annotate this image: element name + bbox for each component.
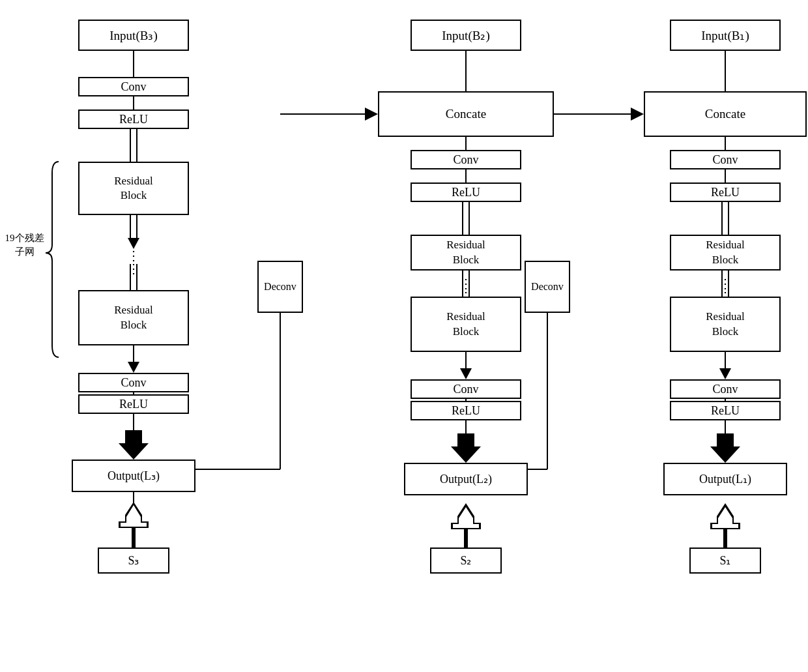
col1-conv2: Conv [78, 373, 189, 392]
svg-marker-17 [121, 505, 147, 527]
col2-residual-top: ResidualBlock [411, 235, 521, 270]
col1-residual-bot: ResidualBlock [78, 290, 189, 345]
svg-marker-20 [365, 108, 378, 121]
col2-input: Input(B₂) [411, 20, 521, 51]
col2-conv1: Conv [411, 150, 521, 169]
col1-output: Output(L₃) [72, 460, 195, 492]
col2-relu2: ReLU [411, 401, 521, 420]
col2-source: S₂ [430, 548, 502, 574]
svg-marker-57 [712, 507, 738, 528]
col3-conv1: Conv [670, 150, 781, 169]
col3-concate: Concate [644, 91, 807, 137]
col3-relu2: ReLU [670, 401, 781, 420]
col2-conv2: Conv [411, 379, 521, 399]
col2-residual-bot: ResidualBlock [411, 297, 521, 352]
svg-marker-34 [451, 433, 481, 463]
col2-output: Output(L₂) [404, 463, 528, 495]
col1-input: Input(B₃) [78, 20, 189, 51]
col3-residual-top: ResidualBlock [670, 235, 781, 270]
col3-conv2: Conv [670, 379, 781, 399]
diagram: Input(B₃) Conv ReLU ResidualBlock ⋮⋮ Res… [0, 0, 808, 672]
svg-marker-12 [128, 238, 139, 249]
svg-marker-13 [128, 362, 139, 373]
col1-dots: ⋮⋮ [124, 249, 143, 275]
brace-label: 19个残差子网 [3, 231, 46, 259]
svg-marker-31 [460, 368, 472, 379]
svg-marker-16 [119, 502, 149, 528]
col1-source: S₃ [98, 548, 169, 574]
col3-output: Output(L₁) [663, 463, 787, 495]
col2-deconv: Deconv [525, 261, 570, 313]
svg-marker-36 [451, 503, 481, 529]
svg-marker-40 [631, 108, 644, 121]
col1-relu1: ReLU [78, 110, 189, 129]
svg-marker-37 [453, 507, 479, 528]
col3-relu1: ReLU [670, 183, 781, 202]
col2-concate: Concate [378, 91, 554, 137]
col1-residual-top: ResidualBlock [78, 162, 189, 215]
col2-relu1: ReLU [411, 183, 521, 202]
svg-marker-54 [710, 433, 740, 463]
col3-source: S₁ [689, 548, 761, 574]
svg-marker-51 [719, 368, 731, 379]
col3-residual-bot: ResidualBlock [670, 297, 781, 352]
col1-relu2: ReLU [78, 394, 189, 414]
svg-marker-14 [119, 430, 149, 460]
svg-rect-15 [132, 528, 136, 548]
svg-rect-35 [464, 529, 468, 548]
svg-marker-56 [710, 503, 740, 529]
col1-deconv: Deconv [257, 261, 303, 313]
svg-rect-55 [723, 529, 727, 548]
col3-input: Input(B₁) [670, 20, 781, 51]
col1-conv1: Conv [78, 77, 189, 96]
